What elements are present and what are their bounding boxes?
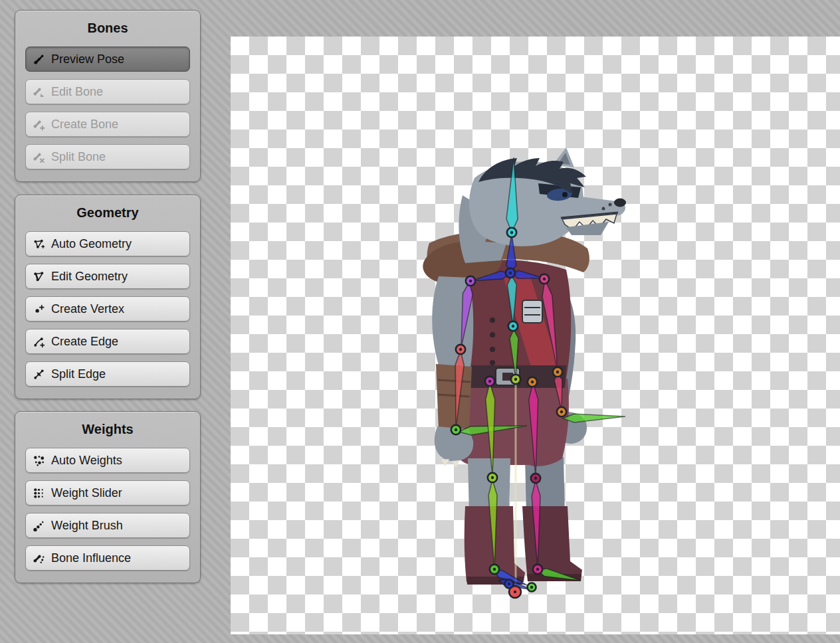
bone-joint-center	[534, 477, 537, 480]
bones-panel-title: Bones	[25, 20, 190, 36]
weight-slider-icon	[33, 487, 45, 500]
bone-forearm-left[interactable]	[455, 351, 464, 428]
geometry-edit-icon	[33, 270, 45, 283]
bone-create-icon	[33, 118, 45, 131]
button-label: Weight Brush	[51, 519, 123, 533]
bone-upper-arm-left[interactable]	[461, 282, 472, 347]
sprite-canvas[interactable]	[231, 37, 840, 634]
bone-joint-center	[508, 583, 510, 585]
weight-brush-button[interactable]: Weight Brush	[25, 513, 190, 538]
bone-joint-center	[509, 272, 512, 274]
bone-joint-center	[531, 381, 534, 383]
bone-joint-center	[459, 348, 462, 351]
bone-split-icon	[33, 151, 45, 163]
geometry-auto-icon	[33, 238, 45, 250]
skeleton-overlay[interactable]	[231, 37, 840, 634]
weight-slider-button[interactable]: Weight Slider	[25, 480, 190, 505]
bone-influence-icon	[33, 552, 45, 565]
button-label: Auto Geometry	[51, 237, 132, 251]
bone-joint-center	[514, 591, 516, 593]
edit-geometry-button[interactable]: Edit Geometry	[25, 264, 190, 289]
bone-joint-center	[536, 568, 539, 571]
bone-joint-center	[491, 476, 494, 479]
weight-brush-icon	[33, 519, 45, 532]
bone-joint-center	[514, 378, 517, 381]
button-label: Create Edge	[51, 335, 118, 349]
button-label: Split Bone	[51, 150, 106, 164]
auto-weights-button[interactable]: Auto Weights	[25, 448, 190, 473]
button-label: Bone Influence	[51, 551, 131, 565]
auto-geometry-button[interactable]: Auto Geometry	[25, 231, 190, 256]
geometry-panel: Geometry Auto Geometry Edit Geometry	[15, 195, 201, 399]
create-vertex-button[interactable]: Create Vertex	[25, 296, 190, 322]
edge-create-icon	[33, 335, 45, 348]
bone-head[interactable]	[506, 157, 518, 232]
edit-bone-button[interactable]: Edit Bone	[25, 79, 190, 104]
button-label: Create Bone	[51, 118, 118, 132]
bone-shin-left[interactable]	[488, 480, 497, 568]
bone-chest[interactable]	[507, 276, 516, 325]
bone-joint-center	[543, 278, 546, 280]
button-label: Preview Pose	[51, 52, 124, 66]
geometry-panel-title: Geometry	[25, 205, 190, 221]
bone-upper-arm-right[interactable]	[542, 280, 558, 371]
bone-joint-center	[488, 380, 491, 383]
bones-panel: Bones Preview Pose Edit Bone	[15, 10, 201, 182]
bone-forearm-right[interactable]	[554, 373, 562, 411]
preview-pose-button[interactable]: Preview Pose	[25, 46, 190, 72]
bone-joint-center	[455, 428, 457, 431]
weights-panel: Weights Auto Weights Weight Slider	[15, 411, 201, 583]
bone-influence-button[interactable]: Bone Influence	[25, 545, 190, 571]
button-label: Auto Weights	[51, 454, 122, 468]
bone-joint-center	[556, 371, 559, 373]
bone-pose-icon	[33, 53, 45, 66]
bone-thigh-right[interactable]	[529, 383, 538, 477]
bone-neck[interactable]	[506, 234, 516, 272]
create-bone-button[interactable]: Create Bone	[25, 112, 190, 137]
button-label: Edit Geometry	[51, 270, 128, 284]
bone-foot-right[interactable]	[538, 569, 581, 581]
edge-split-icon	[33, 368, 45, 381]
bone-hand-right[interactable]	[563, 414, 625, 422]
button-label: Split Edge	[51, 367, 106, 381]
button-label: Weight Slider	[51, 486, 122, 500]
weights-auto-icon	[33, 454, 45, 467]
bone-shin-right[interactable]	[532, 480, 540, 568]
bone-clavicle-left[interactable]	[471, 271, 509, 281]
bone-joint-center	[512, 325, 514, 327]
bone-joint-center	[560, 411, 563, 413]
bone-joint-center	[510, 231, 513, 234]
vertex-create-icon	[33, 303, 45, 316]
bone-belly[interactable]	[510, 329, 518, 379]
button-label: Edit Bone	[51, 85, 103, 99]
split-bone-button[interactable]: Split Bone	[25, 144, 190, 169]
bone-joint-center	[493, 568, 496, 571]
bone-edit-icon	[33, 86, 45, 98]
button-label: Create Vertex	[51, 302, 124, 316]
skinning-editor: { "panels": { "bones": { "title": "Bones…	[0, 0, 840, 643]
create-edge-button[interactable]: Create Edge	[25, 329, 190, 354]
bone-joint-center	[469, 280, 472, 282]
split-edge-button[interactable]: Split Edge	[25, 361, 190, 387]
weights-panel-title: Weights	[25, 421, 190, 437]
bone-joint-center	[530, 586, 533, 589]
